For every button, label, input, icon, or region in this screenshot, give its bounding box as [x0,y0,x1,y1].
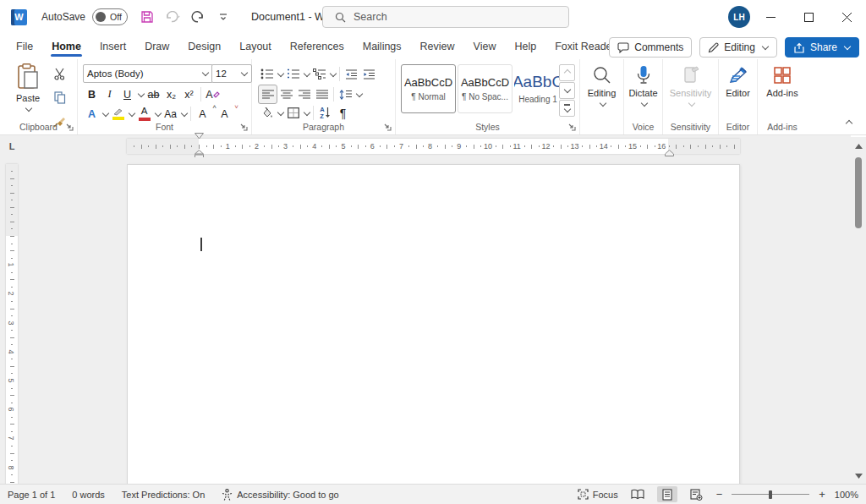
cut-button[interactable] [51,65,69,83]
increase-indent-button[interactable] [360,65,378,83]
tab-layout[interactable]: Layout [230,35,281,58]
tab-help[interactable]: Help [505,35,545,58]
change-case-chevron[interactable] [181,109,188,116]
styles-dialog-launcher[interactable] [567,123,576,131]
accessibility-status[interactable]: Accessibility: Good to go [222,489,338,501]
web-layout-button[interactable] [687,486,707,502]
zoom-out-button[interactable]: − [716,489,723,500]
style-heading-1[interactable]: AaBbC Heading 1 [514,64,562,112]
zoom-level[interactable]: 100% [835,490,858,500]
change-case-button[interactable]: Aa [162,105,179,123]
line-spacing-chevron[interactable] [356,90,363,96]
font-size-select[interactable]: 12 [211,64,252,83]
editor-button[interactable]: Editor [719,65,757,98]
zoom-in-button[interactable]: + [819,489,825,500]
highlight-button[interactable] [109,105,127,123]
font-name-select[interactable]: Aptos (Body) [83,64,213,83]
underline-button[interactable]: U [118,85,136,103]
text-predictions[interactable]: Text Predictions: On [122,490,205,500]
align-center-button[interactable] [277,85,295,103]
right-indent-marker[interactable] [665,150,674,156]
bullets-chevron[interactable] [277,69,284,76]
sort-button[interactable]: AZ [316,104,334,122]
clipboard-dialog-launcher[interactable] [65,123,74,131]
strikethrough-button[interactable]: ab [145,85,162,103]
text-effects-chevron[interactable] [102,109,109,116]
numbering-button[interactable] [284,65,302,83]
addins-button[interactable]: Add-ins [758,65,807,98]
scroll-down-arrow[interactable] [851,474,866,479]
tab-mailings[interactable]: Mailings [354,35,411,58]
account-avatar[interactable]: LH [728,6,750,28]
paste-button[interactable]: Paste [9,63,47,121]
focus-mode-button[interactable]: Focus [578,489,618,500]
tab-references[interactable]: References [281,35,354,58]
undo-button[interactable] [162,6,184,28]
word-count[interactable]: 0 words [72,490,105,500]
print-layout-button[interactable] [657,486,677,502]
tab-design[interactable]: Design [178,35,230,58]
document-page[interactable] [127,164,740,484]
font-color-button[interactable]: A [135,105,153,123]
vertical-ruler[interactable]: 12345678 [6,164,18,484]
tab-insert[interactable]: Insert [90,35,135,58]
tab-stop-selector[interactable]: L [6,140,18,152]
shading-button[interactable] [258,104,276,122]
collapse-ribbon-button[interactable] [846,114,852,129]
borders-button[interactable] [284,104,302,122]
maximize-button[interactable] [790,0,828,34]
word-app-icon[interactable]: W [11,9,27,25]
autosave-toggle[interactable]: Off [92,8,128,25]
font-dialog-launcher[interactable] [239,123,248,131]
editing-menu-button[interactable]: Editing [580,65,623,107]
multilevel-list-button[interactable] [310,65,328,83]
save-button[interactable] [136,6,158,28]
line-spacing-button[interactable] [337,85,354,103]
scroll-up-arrow[interactable] [851,144,866,149]
subscript-button[interactable]: x₂ [162,85,180,103]
font-color-chevron[interactable] [155,109,162,116]
align-right-button[interactable] [295,85,313,103]
highlight-chevron[interactable] [129,109,135,116]
superscript-button[interactable]: x² [180,85,198,103]
gallery-down-button[interactable] [559,82,575,99]
minimize-button[interactable] [752,0,790,34]
horizontal-ruler[interactable]: 12345678910111213141516 [127,139,740,154]
page-indicator[interactable]: Page 1 of 1 [8,490,55,500]
clear-formatting-button[interactable]: A [204,85,222,103]
underline-options-chevron[interactable] [138,90,145,96]
tab-draw[interactable]: Draw [135,35,178,58]
comments-button[interactable]: Comments [609,37,692,58]
customize-toolbar-button[interactable] [212,6,234,28]
share-button[interactable]: Share [785,37,859,58]
first-line-indent-marker[interactable] [195,133,204,140]
scrollbar-thumb[interactable] [855,157,862,228]
editing-mode-button[interactable]: Editing [699,37,777,58]
bold-button[interactable]: B [83,85,101,103]
justify-button[interactable] [313,85,331,103]
close-button[interactable] [828,0,866,34]
italic-button[interactable]: I [101,85,118,103]
zoom-slider-thumb[interactable] [769,490,772,499]
sensitivity-button[interactable]: Sensitivity [663,65,718,107]
style-normal[interactable]: AaBbCcD ¶ Normal [401,64,456,113]
tab-view[interactable]: View [464,35,506,58]
dictate-button[interactable]: Dictate [624,65,662,107]
decrease-indent-button[interactable] [343,65,360,83]
zoom-slider[interactable] [732,490,809,500]
tab-review[interactable]: Review [411,35,464,58]
shrink-font-button[interactable]: A˅ [216,105,238,123]
show-paragraph-marks-button[interactable]: ¶ [334,104,352,122]
search-input[interactable]: Search [322,6,569,28]
paragraph-dialog-launcher[interactable] [383,123,392,131]
multilevel-list-chevron[interactable] [330,69,337,76]
gallery-more-button[interactable] [559,100,575,117]
vertical-scrollbar[interactable] [851,137,866,484]
style-no-spacing[interactable]: AaBbCcD ¶ No Spac... [458,64,512,113]
borders-chevron[interactable] [304,108,310,115]
tab-file[interactable]: File [7,35,42,58]
redo-button[interactable] [187,6,209,28]
copy-button[interactable] [51,89,69,107]
align-left-button[interactable] [258,85,277,104]
grow-font-button[interactable]: A˄ [194,105,216,123]
